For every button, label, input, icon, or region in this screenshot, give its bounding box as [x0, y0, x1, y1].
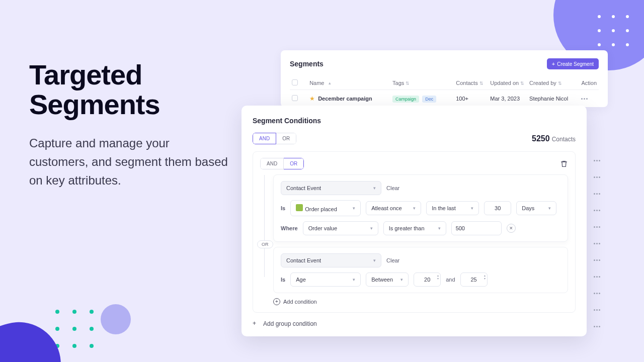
stepper-arrows[interactable]: ▴▾ [437, 274, 439, 280]
or-toggle[interactable]: OR [276, 133, 296, 144]
plus-circle-icon: + [253, 320, 260, 327]
chevron-down-icon: ▾ [373, 258, 376, 263]
is-label: Is [281, 205, 285, 211]
where-label: Where [281, 225, 298, 231]
chevron-down-icon: ▾ [353, 277, 355, 282]
row-action-menu[interactable] [591, 241, 603, 246]
chevron-down-icon: ▾ [471, 206, 473, 211]
remove-where-button[interactable]: ✕ [507, 224, 516, 233]
where-field-select[interactable]: Order value▾ [303, 221, 378, 235]
row-contacts: 100+ [454, 96, 488, 102]
and-toggle[interactable]: AND [253, 133, 276, 144]
hero-subtitle: Capture and manage your customers, and s… [29, 134, 230, 190]
stacked-action-menus [591, 158, 603, 329]
row-name: December campaign [318, 96, 372, 102]
tag-campaign: Campaign [392, 96, 419, 103]
segments-panel: Segments + Create Segment Name▴ Tags⇅ Co… [281, 50, 608, 107]
row-action-menu[interactable] [591, 307, 603, 313]
row-action-menu[interactable] [591, 324, 603, 329]
col-name[interactable]: Name [309, 80, 324, 86]
rule-block-1: Contact Event▾ Clear Is Order placed ▾ A… [273, 174, 568, 242]
sort-icon: ⇅ [520, 81, 524, 86]
row-checkbox[interactable] [292, 95, 298, 101]
or-badge: OR [257, 240, 273, 248]
rule-block-2: Contact Event▾ Clear Is Age▾ Between▾ ▴▾… [273, 247, 568, 293]
col-tags[interactable]: Tags [392, 80, 404, 86]
clear-button[interactable]: Clear [386, 257, 399, 263]
col-action: Action [581, 80, 597, 86]
col-updated[interactable]: Updated on [490, 80, 519, 86]
row-action-menu[interactable] [591, 274, 603, 280]
chevron-down-icon: ▾ [400, 277, 403, 282]
and-toggle[interactable]: AND [260, 158, 284, 169]
plus-circle-icon: + [273, 298, 280, 305]
segment-conditions-card: Segment Conditions AND OR 5250Contacts A… [242, 106, 587, 336]
window-select[interactable]: In the last▾ [426, 201, 479, 215]
type-select[interactable]: Contact Event▾ [281, 181, 381, 195]
connector-line [264, 175, 265, 277]
row-action-menu[interactable] [591, 191, 603, 197]
and-word: and [446, 277, 455, 283]
decoration-dots-mid [55, 310, 94, 348]
frequency-select[interactable]: Atleast once▾ [366, 201, 421, 215]
add-group-condition-button[interactable]: + Add group condition [253, 320, 576, 327]
clear-button[interactable]: Clear [386, 185, 399, 191]
select-all-checkbox[interactable] [292, 79, 298, 85]
condition-group: AND OR Contact Event▾ Clear Is Order pla… [253, 151, 576, 313]
sort-icon: ⇅ [406, 81, 410, 86]
table-row[interactable]: ★ December campaign Campaign Dec 100+ Ma… [290, 90, 599, 107]
stepper-arrows[interactable]: ▴▾ [484, 274, 486, 280]
row-created-by: Stephanie Nicol [527, 96, 576, 102]
hero-title: Targeted Segments [29, 60, 230, 120]
is-label: Is [281, 277, 285, 283]
row-action-menu[interactable] [591, 174, 603, 180]
add-condition-button[interactable]: + Add condition [273, 298, 568, 305]
tag-dec: Dec [422, 96, 436, 103]
field-select[interactable]: Age▾ [290, 273, 361, 287]
group-logic-toggle[interactable]: AND OR [253, 133, 296, 144]
row-action-menu[interactable] [591, 224, 603, 230]
conditions-title: Segment Conditions [253, 117, 576, 125]
chevron-down-icon: ▾ [353, 206, 355, 211]
star-icon[interactable]: ★ [309, 95, 315, 102]
operator-select[interactable]: Between▾ [366, 273, 409, 287]
sort-icon: ▴ [329, 80, 331, 85]
col-contacts[interactable]: Contacts [456, 80, 477, 86]
chevron-down-icon: ▾ [373, 186, 376, 191]
where-op-select[interactable]: Is greater than▾ [383, 221, 446, 235]
contacts-count: 5250Contacts [532, 134, 576, 143]
row-action-menu[interactable] [591, 208, 603, 213]
create-segment-button[interactable]: + Create Segment [547, 58, 599, 69]
chevron-down-icon: ▾ [548, 206, 551, 211]
window-number-input[interactable] [484, 201, 511, 215]
col-created-by[interactable]: Created by [529, 80, 556, 86]
row-action-menu[interactable] [591, 291, 603, 296]
or-toggle[interactable]: OR [284, 158, 304, 169]
where-value-input[interactable] [451, 221, 502, 235]
unit-select[interactable]: Days▾ [516, 201, 556, 215]
row-action-menu[interactable] [591, 158, 603, 163]
rule-logic-toggle[interactable]: AND OR [260, 158, 304, 169]
segments-title: Segments [290, 60, 324, 68]
shopify-icon [296, 204, 303, 211]
row-updated: Mar 3, 2023 [488, 96, 527, 102]
decoration-circle-mid [101, 304, 131, 334]
sort-icon: ⇅ [558, 81, 562, 86]
row-action-menu[interactable] [591, 257, 603, 263]
chevron-down-icon: ▾ [370, 226, 373, 231]
row-action-menu[interactable] [578, 96, 590, 102]
chevron-down-icon: ▾ [438, 226, 441, 231]
trash-icon[interactable] [560, 160, 568, 168]
decoration-dots-top [598, 15, 629, 46]
to-input[interactable] [460, 273, 488, 287]
create-segment-label: Create Segment [557, 61, 594, 67]
from-input[interactable] [414, 273, 441, 287]
plus-icon: + [552, 61, 555, 67]
sort-icon: ⇅ [479, 81, 484, 86]
chevron-down-icon: ▾ [413, 206, 416, 211]
event-select[interactable]: Order placed ▾ [290, 200, 361, 216]
type-select[interactable]: Contact Event▾ [281, 253, 381, 267]
